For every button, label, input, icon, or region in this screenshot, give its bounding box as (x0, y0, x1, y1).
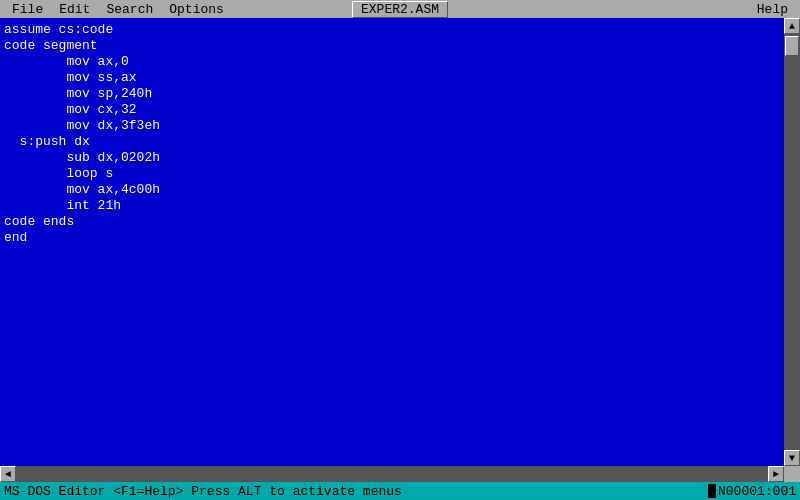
scrollbar-bottom: ◄ ► (0, 466, 800, 482)
status-position: 00001:001 (726, 484, 796, 499)
scroll-left-button[interactable]: ◄ (0, 466, 16, 482)
menu-edit[interactable]: Edit (51, 0, 98, 18)
scroll-thumb-vertical[interactable] (785, 36, 799, 56)
menu-help[interactable]: Help (749, 0, 796, 18)
menu-search[interactable]: Search (98, 0, 161, 18)
status-mode: N (718, 484, 726, 499)
window-title: EXPER2.ASM (352, 1, 448, 18)
statusbar: MS-DOS Editor <F1=Help> Press ALT to act… (0, 482, 800, 500)
scrollbar-right: ▲ ▼ (784, 18, 800, 466)
editor-content: assume cs:code code segment mov ax,0 mov… (4, 22, 780, 246)
scroll-down-button[interactable]: ▼ (784, 450, 800, 466)
editor[interactable]: assume cs:code code segment mov ax,0 mov… (0, 18, 784, 466)
menubar: File Edit Search Options EXPER2.ASM Help (0, 0, 800, 18)
scroll-corner (784, 466, 800, 482)
cursor-indicator (708, 484, 716, 498)
scroll-up-button[interactable]: ▲ (784, 18, 800, 34)
menu-options[interactable]: Options (161, 0, 232, 18)
title-bar: EXPER2.ASM (332, 0, 468, 18)
status-message: MS-DOS Editor <F1=Help> Press ALT to act… (4, 484, 708, 499)
scroll-track-horizontal[interactable] (16, 466, 768, 482)
menu-file[interactable]: File (4, 0, 51, 18)
scroll-track-vertical[interactable] (784, 34, 800, 450)
scroll-right-button[interactable]: ► (768, 466, 784, 482)
app: File Edit Search Options EXPER2.ASM Help… (0, 0, 800, 500)
editor-container: assume cs:code code segment mov ax,0 mov… (0, 18, 800, 466)
